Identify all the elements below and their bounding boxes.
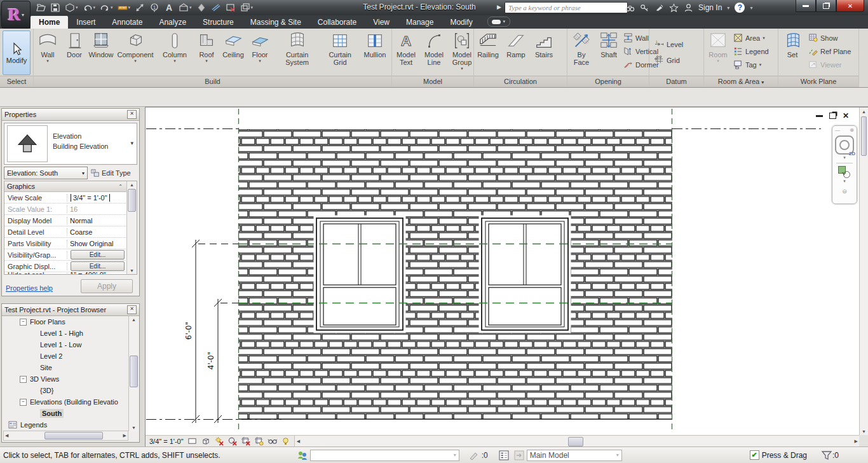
tree-item-level1-high[interactable]: Level 1 - High: [3, 328, 128, 339]
panel-label-room-area[interactable]: Room & Area ▾: [704, 76, 778, 87]
minimize-button[interactable]: [796, 0, 816, 12]
drawing-vscrollbar[interactable]: ▲ ▼: [859, 107, 868, 436]
sun-path-icon[interactable]: [214, 436, 224, 446]
level-button[interactable]: 1 Level: [654, 38, 683, 50]
tree-item-legends[interactable]: Legends: [3, 419, 128, 431]
undo-button[interactable]: ▾: [81, 1, 97, 14]
graphic-display-edit-button[interactable]: Edit...: [71, 261, 125, 271]
search-binoculars-icon[interactable]: [625, 3, 635, 13]
navbar-close-icon[interactable]: ⊗: [850, 127, 854, 133]
panel-label-select[interactable]: Select: [0, 76, 33, 87]
dimension-inner[interactable]: 4'-0": [207, 299, 222, 423]
view-scale-button[interactable]: 3/4" = 1'-0": [149, 438, 184, 445]
tree-item-elevations[interactable]: − Elevations (Building Elevatio: [3, 396, 128, 408]
tab-structure[interactable]: Structure: [194, 16, 242, 29]
window-1[interactable]: [314, 216, 406, 333]
opening-by-face-button[interactable]: By Face: [569, 29, 594, 66]
favorites-star-icon[interactable]: [669, 3, 679, 13]
editable-only-icon[interactable]: [468, 450, 480, 461]
graphics-section-header[interactable]: Graphics⌃: [4, 181, 137, 192]
tab-analyze[interactable]: Analyze: [151, 16, 194, 29]
view-scale-value[interactable]: 3/4" = 1'-0": [71, 194, 110, 202]
reveal-hidden-icon[interactable]: [281, 436, 290, 446]
panel-label-build[interactable]: Build: [34, 76, 391, 87]
wheel-dropdown-icon[interactable]: ▾: [843, 155, 846, 160]
crop-region-icon[interactable]: [254, 436, 264, 446]
redo-button[interactable]: ▾: [98, 1, 114, 14]
properties-help-link[interactable]: Properties help: [6, 284, 53, 292]
sign-in-button[interactable]: Sign In: [698, 3, 722, 12]
property-row[interactable]: View Scale 3/4" = 1'-0": [4, 192, 127, 204]
grid-button[interactable]: Grid: [654, 54, 680, 66]
infocenter-toggle[interactable]: ▶: [497, 4, 501, 10]
panel-label-work-plane[interactable]: Work Plane: [778, 76, 858, 87]
legend-button[interactable]: Legend: [733, 45, 769, 57]
type-selector-dropdown[interactable]: ▾: [130, 140, 133, 146]
view-close-button[interactable]: ✕: [843, 113, 849, 119]
section-button[interactable]: [210, 1, 222, 14]
temporary-hide-icon[interactable]: [268, 436, 277, 446]
tree-item-south[interactable]: South: [3, 408, 128, 419]
brick-wall[interactable]: [238, 129, 672, 419]
tab-modify[interactable]: Modify: [442, 16, 480, 29]
view-restore-button[interactable]: [829, 113, 836, 119]
search-input[interactable]: [505, 2, 628, 13]
navbar-collapse-icon[interactable]: —: [835, 127, 840, 133]
ramp-button[interactable]: Ramp: [503, 29, 529, 59]
worksets-icon[interactable]: [297, 450, 308, 461]
browser-title-bar[interactable]: Test Project.rvt - Project Browser ✕: [2, 304, 139, 316]
edit-type-button[interactable]: Edit Type: [91, 169, 131, 177]
viewer-button[interactable]: Viewer: [808, 59, 851, 71]
sign-in-dropdown[interactable]: ▾: [727, 5, 729, 11]
open-button[interactable]: [34, 1, 47, 14]
press-drag-checkbox[interactable]: ✔: [750, 450, 759, 460]
window-2[interactable]: [479, 216, 571, 333]
zoom-button[interactable]: [837, 165, 851, 178]
crop-view-icon[interactable]: [241, 436, 250, 446]
tree-item-level2[interactable]: Level 2: [3, 350, 128, 362]
browser-close-icon[interactable]: ✕: [127, 305, 137, 314]
property-row[interactable]: Visibility/Grap... Edit...: [4, 249, 127, 261]
browser-vscrollbar[interactable]: ▲ ▼: [128, 316, 139, 431]
dimension-outer[interactable]: 6'-0": [184, 240, 200, 423]
steering-wheel-button[interactable]: 2D: [835, 135, 854, 155]
curtain-grid-button[interactable]: Curtain Grid: [322, 29, 358, 66]
tab-manage[interactable]: Manage: [398, 16, 442, 29]
default-3d-view-button[interactable]: ▾: [177, 1, 193, 14]
property-row[interactable]: Graphic Displ... Edit...: [4, 261, 127, 272]
column-button[interactable]: Column▾: [157, 29, 193, 63]
model-group-button[interactable]: Model Group▾: [449, 29, 475, 71]
help-button[interactable]: ?: [735, 3, 745, 13]
communication-center-icon[interactable]: [654, 3, 664, 13]
tree-item-3d[interactable]: {3D}: [3, 385, 128, 396]
railing-button[interactable]: Railing: [475, 29, 501, 59]
panel-label-datum[interactable]: Datum: [649, 76, 703, 87]
synchronize-button[interactable]: ▾: [64, 1, 79, 14]
set-work-plane-button[interactable]: Set: [780, 29, 805, 59]
restore-button[interactable]: [816, 0, 836, 12]
tab-view[interactable]: View: [365, 16, 398, 29]
tab-insert[interactable]: Insert: [68, 16, 104, 29]
panel-label-circulation[interactable]: Circulation: [474, 76, 567, 87]
component-button[interactable]: Component▾: [115, 29, 156, 63]
properties-close-icon[interactable]: ✕: [127, 110, 137, 119]
tree-item-floor-plans[interactable]: − Floor Plans: [3, 316, 128, 328]
save-button[interactable]: [49, 1, 62, 14]
floor-button[interactable]: Floor▾: [247, 29, 273, 63]
visual-style-icon[interactable]: [201, 436, 210, 446]
filter-icon[interactable]: [821, 450, 832, 461]
room-button[interactable]: Room▾: [705, 29, 731, 63]
aligned-dimension-button[interactable]: [133, 1, 146, 14]
ceiling-button[interactable]: Ceiling: [220, 29, 246, 59]
property-row[interactable]: Detail Level Coarse: [4, 226, 127, 238]
zoom-dropdown-icon[interactable]: ▾: [843, 179, 846, 184]
measure-button[interactable]: ▾: [116, 1, 132, 14]
ref-plane-button[interactable]: Ref Plane: [808, 45, 851, 57]
model-text-button[interactable]: A Model Text: [393, 29, 419, 66]
application-menu-button[interactable]: R▾: [1, 1, 31, 29]
property-row[interactable]: Display Model Normal: [4, 215, 127, 226]
text-button[interactable]: A: [163, 1, 175, 14]
close-hidden-windows-button[interactable]: [224, 1, 237, 14]
collapse-icon[interactable]: −: [20, 399, 27, 406]
tree-item-level1-low[interactable]: Level 1 - Low: [3, 339, 128, 350]
